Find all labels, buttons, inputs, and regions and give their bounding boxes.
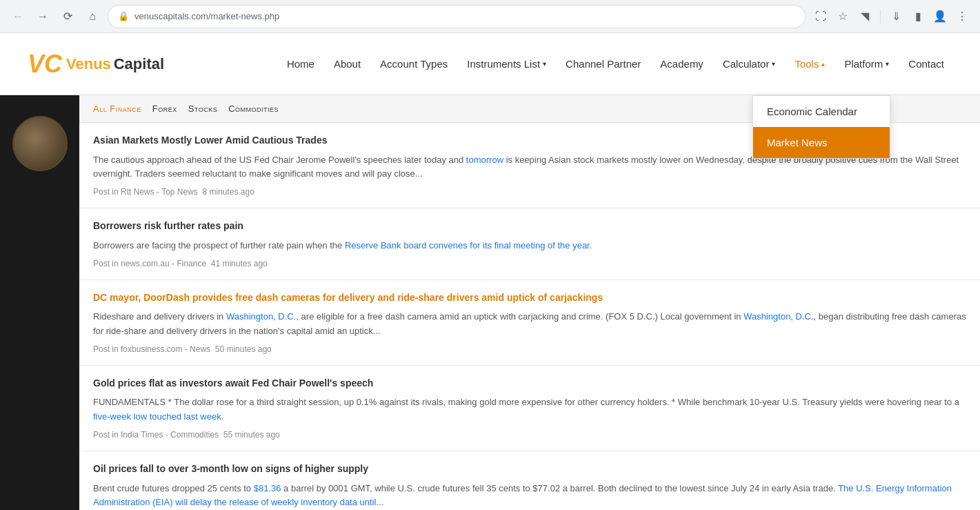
nav-account-types[interactable]: Account Types [372, 52, 456, 75]
site-header: VC Venus Capital Home About Account Type… [0, 33, 980, 95]
news-meta: Post in India Times - Commodities 55 min… [93, 430, 966, 440]
news-excerpt: Borrowers are facing the prospect of fur… [93, 239, 966, 253]
forward-button[interactable]: → [33, 7, 52, 26]
left-sidebar [0, 95, 79, 510]
news-title: Oil prices fall to over 3-month low on s… [93, 462, 966, 476]
news-link[interactable]: The U.S. Energy Information Administrati… [93, 483, 952, 508]
logo-vc-text: VC [28, 50, 62, 79]
filter-commodities[interactable]: Commodities [228, 104, 279, 114]
news-excerpt: Rideshare and delivery drivers in Washin… [93, 310, 966, 339]
back-button[interactable]: ← [8, 7, 28, 26]
nav-calculator[interactable]: Calculator ▾ [714, 52, 784, 75]
nav-academy[interactable]: Academy [652, 52, 712, 75]
extensions-button[interactable]: ◥ [855, 7, 874, 26]
nav-channel-partner[interactable]: Channel Partner [557, 52, 649, 75]
profile-button[interactable]: 👤 [930, 7, 950, 26]
logo[interactable]: VC Venus Capital [28, 50, 164, 79]
news-link[interactable]: five-week low touched last week. [93, 411, 223, 422]
dropdown-market-news[interactable]: Market News [753, 127, 890, 158]
news-link[interactable]: Washington, D.C. [226, 311, 296, 322]
news-title: Gold prices flat as investors await Fed … [93, 377, 966, 391]
divider [880, 10, 881, 23]
news-meta: Post in foxbusiness.com - News 50 minute… [93, 344, 966, 354]
nav-home[interactable]: Home [279, 52, 323, 75]
chevron-up-icon: ▴ [821, 60, 825, 68]
device-button[interactable]: ▮ [908, 7, 928, 26]
chevron-down-icon: ▾ [543, 60, 546, 68]
chevron-down-icon: ▾ [886, 60, 889, 68]
news-link[interactable]: $81.36 [254, 483, 281, 493]
news-item: DC mayor, DoorDash provides free dash ca… [79, 280, 980, 366]
news-title-link[interactable]: DC mayor, DoorDash provides free dash ca… [93, 292, 603, 303]
screenshot-button[interactable]: ⛶ [811, 7, 830, 26]
news-excerpt: Brent crude futures dropped 25 cents to … [93, 482, 966, 510]
news-meta: Post in Rtt News - Top News 8 minutes ag… [93, 187, 966, 197]
home-button[interactable]: ⌂ [83, 7, 102, 26]
news-item: Gold prices flat as investors await Fed … [79, 366, 980, 451]
filter-forex[interactable]: Forex [152, 104, 177, 114]
download-button[interactable]: ⇓ [886, 7, 906, 26]
browser-actions: ⛶ ☆ ◥ ⇓ ▮ 👤 ⋮ [811, 7, 972, 26]
logo-capital-text: Capital [114, 55, 164, 73]
news-title: Borrowers risk further rates pain [93, 219, 966, 233]
nav-contact[interactable]: Contact [900, 52, 952, 75]
logo-venus-text: Venus [66, 55, 111, 73]
url-text: venuscapitals.com/market-news.php [134, 11, 795, 21]
filter-stocks[interactable]: Stocks [188, 104, 218, 114]
browser-chrome: ← → ⟳ ⌂ 🔒 venuscapitals.com/market-news.… [0, 0, 980, 33]
nav-tools[interactable]: Tools ▴ [786, 52, 833, 75]
nav-platform[interactable]: Platform ▾ [836, 52, 897, 75]
chevron-down-icon: ▾ [772, 60, 775, 68]
filter-all-finance[interactable]: All Finance [93, 104, 141, 114]
menu-button[interactable]: ⋮ [952, 7, 972, 26]
news-list: Asian Markets Mostly Lower Amid Cautious… [79, 123, 980, 510]
news-link[interactable]: Reserve Bank board convenes for its fina… [345, 240, 592, 251]
news-item: Oil prices fall to over 3-month low on s… [79, 451, 980, 510]
news-title: DC mayor, DoorDash provides free dash ca… [93, 291, 966, 305]
news-link[interactable]: tomorrow [466, 155, 503, 165]
bookmark-button[interactable]: ☆ [833, 7, 852, 26]
news-list-scroll[interactable]: Asian Markets Mostly Lower Amid Cautious… [79, 123, 980, 510]
reload-button[interactable]: ⟳ [58, 7, 77, 26]
news-excerpt: FUNDAMENTALS * The dollar rose for a thi… [93, 395, 966, 424]
avatar [12, 116, 68, 171]
tools-dropdown: Economic Calendar Market News [752, 95, 890, 159]
news-meta: Post in news.com.au - Finance 41 minutes… [93, 259, 966, 268]
news-link[interactable]: Washington, D.C. [743, 311, 813, 322]
address-bar[interactable]: 🔒 venuscapitals.com/market-news.php [108, 5, 806, 28]
main-nav: Home About Account Types Instruments Lis… [279, 52, 952, 75]
nav-instruments-list[interactable]: Instruments List ▾ [459, 52, 554, 75]
security-icon: 🔒 [118, 11, 129, 21]
nav-about[interactable]: About [326, 52, 369, 75]
dropdown-economic-calendar[interactable]: Economic Calendar [753, 96, 890, 127]
news-item: Borrowers risk further rates pain Borrow… [79, 208, 980, 279]
